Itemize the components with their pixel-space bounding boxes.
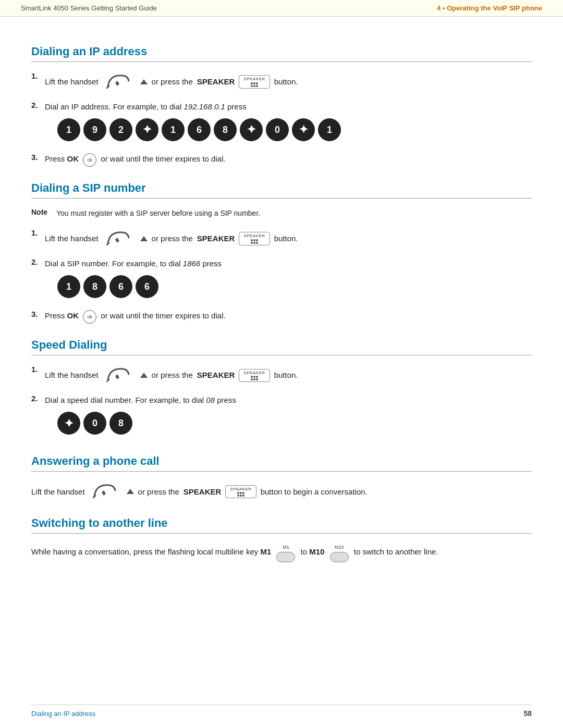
dial-btn-ip-2: 2 bbox=[109, 118, 132, 141]
lift-handset-text-speed1: Lift the handset bbox=[45, 369, 99, 381]
dial-row-sip: 1 8 6 6 bbox=[57, 275, 532, 298]
speaker-label-answering: SPEAKER bbox=[230, 487, 251, 492]
ok-circle-ip: ok bbox=[83, 153, 96, 167]
arrow-up-answering bbox=[127, 489, 134, 494]
note-label-sip: Note bbox=[31, 208, 52, 216]
m1-body bbox=[276, 552, 295, 562]
speaker-dots-speed1 bbox=[251, 376, 258, 380]
speaker-label-sip1: SPEAKER bbox=[243, 233, 265, 239]
section-divider-2 bbox=[31, 198, 532, 199]
step-ip-1: 1. Lift the handset or press the SPEAKER bbox=[31, 71, 532, 94]
dial-btn-ip-6: 6 bbox=[188, 118, 211, 141]
or-press-text-answering: or press the bbox=[138, 487, 179, 496]
header-right: 4 • Operating the VoIP SIP phone bbox=[437, 4, 542, 12]
step-sip-3: 3. Press OK ok or wait until the timer e… bbox=[31, 310, 532, 324]
switching-text: While having a conversation, press the f… bbox=[31, 543, 532, 562]
svg-marker-2 bbox=[115, 374, 119, 379]
step-sip-3-content: Press OK ok or wait until the timer expi… bbox=[45, 310, 532, 324]
section-answering: Answering a phone call Lift the handset … bbox=[31, 454, 532, 502]
dial-row-ip: 1 9 2 ✦ 1 6 8 ✦ 0 ✦ 1 bbox=[57, 118, 532, 141]
step-sip-2: 2. Dial a SIP number. For example, to di… bbox=[31, 257, 532, 303]
section-divider-5 bbox=[31, 533, 532, 534]
handset-icon-sip1 bbox=[103, 228, 134, 249]
speaker-bold-ip1: SPEAKER bbox=[197, 76, 235, 88]
dial-btn-sip-6a: 6 bbox=[109, 275, 132, 298]
step-sip-2-num: 2. bbox=[31, 257, 42, 266]
press-ok-ip: Press OK bbox=[45, 154, 79, 163]
step-ip-2-content: Dial an IP address. For example, to dial… bbox=[45, 101, 532, 146]
or-press-text-sip1: or press the bbox=[152, 232, 193, 245]
dial-btn-ip-star2: ✦ bbox=[240, 118, 263, 141]
step-speed-2-text: Dial a speed dial number. For example, t… bbox=[45, 396, 236, 404]
header-bar: SmartLink 4050 Series Getting Started Gu… bbox=[0, 0, 563, 17]
step-speed-1: 1. Lift the handset or press the SPEAKER… bbox=[31, 365, 532, 388]
speaker-label-ip1: SPEAKER bbox=[243, 77, 265, 82]
step-ip-2: 2. Dial an IP address. For example, to d… bbox=[31, 101, 532, 146]
speaker-bold-answering: SPEAKER bbox=[183, 487, 222, 496]
dial-btn-ip-0: 0 bbox=[266, 118, 289, 141]
step-speed-1-content: Lift the handset or press the SPEAKER SP… bbox=[45, 365, 532, 388]
arrow-up-sip1 bbox=[140, 236, 148, 241]
switching-text-after: to switch to another line. bbox=[354, 547, 438, 556]
step-ip-1-num: 1. bbox=[31, 71, 42, 80]
step-sip-2-text: Dial a SIP number. For example, to dial … bbox=[45, 259, 222, 268]
button-text-sip1: button. bbox=[274, 232, 298, 245]
lift-handset-text-answering: Lift the handset bbox=[31, 487, 85, 496]
svg-marker-3 bbox=[102, 490, 106, 496]
dial-btn-sip-6b: 6 bbox=[136, 275, 158, 298]
handset-icon-speed1 bbox=[103, 365, 134, 386]
step-speed-2: 2. Dial a speed dial number. For example… bbox=[31, 394, 532, 440]
speaker-label-speed1: SPEAKER bbox=[243, 371, 265, 376]
handset-line-ip-1: Lift the handset or press the SPEAKER SP… bbox=[45, 71, 532, 92]
section-switching: Switching to another line While having a… bbox=[31, 516, 532, 562]
speaker-dots-answering bbox=[237, 492, 244, 497]
header-left: SmartLink 4050 Series Getting Started Gu… bbox=[21, 4, 157, 12]
or-wait-ip: or wait until the timer expires to dial. bbox=[101, 154, 225, 163]
main-content: Dialing an IP address 1. Lift the handse… bbox=[0, 17, 563, 583]
dial-btn-ip-8: 8 bbox=[214, 118, 237, 141]
footer: Dialing an IP address 58 bbox=[31, 705, 532, 718]
m10-button: M10 bbox=[330, 543, 349, 562]
dial-btn-ip-9: 9 bbox=[83, 118, 106, 141]
dial-btn-ip-star1: ✦ bbox=[136, 118, 158, 141]
step-ip-3-num: 3. bbox=[31, 153, 42, 162]
section-divider-4 bbox=[31, 471, 532, 472]
section-dialing-sip: Dialing a SIP number Note You must regis… bbox=[31, 181, 532, 324]
dial-btn-ip-1c: 1 bbox=[318, 118, 341, 141]
m1-label: M1 bbox=[283, 543, 289, 551]
handset-icon-answering bbox=[89, 481, 120, 502]
section-divider-1 bbox=[31, 61, 532, 62]
speaker-btn-answering: SPEAKER bbox=[225, 485, 256, 499]
speaker-btn-ip1: SPEAKER bbox=[239, 75, 270, 89]
lift-handset-text-ip1: Lift the handset bbox=[45, 76, 99, 88]
to-m10-text: to M10 bbox=[301, 547, 325, 556]
m1-button: M1 bbox=[276, 543, 295, 562]
m10-body bbox=[330, 552, 349, 562]
handset-line-answering: Lift the handset or press the SPEAKER SP… bbox=[31, 481, 532, 502]
or-press-text-speed1: or press the bbox=[152, 369, 193, 381]
svg-marker-0 bbox=[115, 81, 119, 86]
dial-btn-ip-1b: 1 bbox=[162, 118, 185, 141]
dial-btn-speed-0: 0 bbox=[83, 412, 106, 435]
note-box-sip: Note You must register with a SIP server… bbox=[31, 208, 532, 219]
switching-text-before: While having a conversation, press the f… bbox=[31, 547, 271, 556]
step-ip-2-text: Dial an IP address. For example, to dial… bbox=[45, 102, 247, 111]
section-divider-3 bbox=[31, 355, 532, 355]
section-heading-dialing-sip: Dialing a SIP number bbox=[31, 181, 532, 195]
svg-marker-1 bbox=[115, 238, 119, 243]
note-text-sip: You must register with a SIP server befo… bbox=[56, 208, 260, 219]
section-heading-speed: Speed Dialing bbox=[31, 338, 532, 352]
step-ip-1-content: Lift the handset or press the SPEAKER SP… bbox=[45, 71, 532, 94]
section-heading-dialing-ip: Dialing an IP address bbox=[31, 45, 532, 58]
dial-btn-sip-8: 8 bbox=[83, 275, 106, 298]
or-wait-sip: or wait until the timer expires to dial. bbox=[101, 311, 225, 320]
step-speed-2-content: Dial a speed dial number. For example, t… bbox=[45, 394, 532, 440]
step-speed-1-num: 1. bbox=[31, 365, 42, 374]
m10-label: M10 bbox=[335, 543, 344, 551]
dial-btn-speed-star: ✦ bbox=[57, 412, 80, 435]
lift-handset-text-sip1: Lift the handset bbox=[45, 232, 99, 245]
arrow-up-speed1 bbox=[140, 373, 148, 378]
section-dialing-ip: Dialing an IP address 1. Lift the handse… bbox=[31, 45, 532, 167]
step-ip-2-num: 2. bbox=[31, 101, 42, 109]
speaker-bold-sip1: SPEAKER bbox=[197, 232, 235, 245]
